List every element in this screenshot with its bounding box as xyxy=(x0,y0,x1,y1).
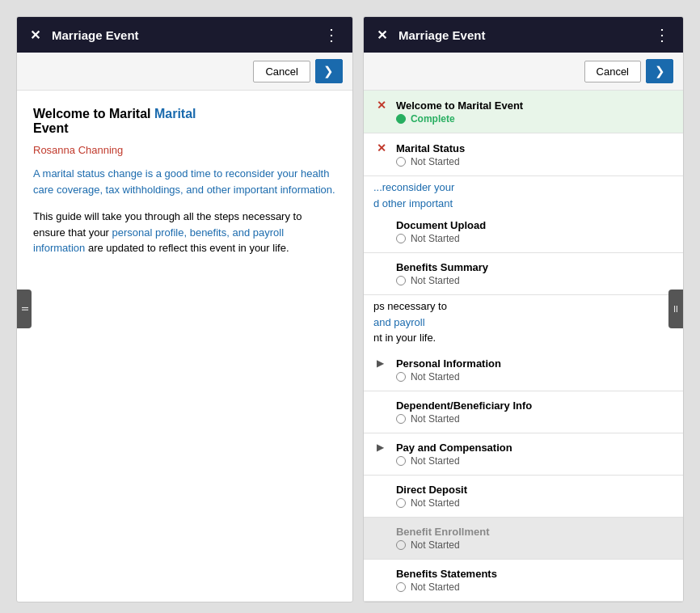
partial-text3: ps necessary to xyxy=(373,300,447,312)
step-personal-status-text: Not Started xyxy=(411,371,460,383)
steps-list: ✕ Welcome to Marital Event Complete ✕ Ma… xyxy=(364,91,683,602)
step-statements-name: Benefits Statements xyxy=(396,568,497,580)
step-pay-compensation[interactable]: ▶ Pay and Compensation Not Started xyxy=(364,433,683,476)
step-benefits-name: Benefits Summary xyxy=(396,261,488,273)
step-benefits-circle xyxy=(396,276,406,285)
step-enrollment-name: Benefit Enrollment xyxy=(396,526,490,538)
left-close-button[interactable]: ✕ xyxy=(27,24,44,46)
step-welcome-name: Welcome to Marital Event xyxy=(396,99,523,112)
right-cancel-button[interactable]: Cancel xyxy=(584,61,641,82)
step-dependent-name: Dependent/Beneficiary Info xyxy=(396,400,532,412)
step-pay-arrow-icon: ▶ xyxy=(377,442,390,453)
step-dependent-info[interactable]: Dependent/Beneficiary Info Not Started xyxy=(364,391,683,433)
partial-text-area2: ps necessary to and payroll nt in your l… xyxy=(364,295,683,349)
right-menu-button[interactable]: ⋮ xyxy=(651,22,673,48)
left-description1: A marital status change is a good time t… xyxy=(33,166,336,197)
step-marital-circle xyxy=(396,157,406,167)
step-deposit-name: Direct Deposit xyxy=(396,484,467,496)
title-part2: Event xyxy=(33,121,69,135)
step-doc-name: Document Upload xyxy=(396,219,486,231)
left-content-area: Welcome to Marital Marital Event Rosanna… xyxy=(17,91,352,602)
step-personal-status-row: Not Started xyxy=(396,371,670,383)
step-pay-status-text: Not Started xyxy=(411,455,460,467)
step-enrollment-circle xyxy=(396,540,406,550)
step-welcome-circle xyxy=(396,114,406,124)
step-marital-status: Not Started xyxy=(396,156,670,167)
step-direct-deposit[interactable]: Direct Deposit Not Started xyxy=(364,476,683,518)
partial-text1: ...reconsider your xyxy=(373,180,673,196)
step-welcome-status: Complete xyxy=(396,113,670,125)
step-statements-status-row: Not Started xyxy=(396,581,670,593)
step-benefits-summary[interactable]: Benefits Summary Not Started xyxy=(364,253,683,295)
step-welcome-status-text: Complete xyxy=(411,113,455,125)
step-benefits-status-row: Not Started xyxy=(396,275,670,286)
step-personal-circle xyxy=(396,372,406,382)
left-description2: This guide will take you through all the… xyxy=(33,209,336,256)
left-toolbar: Cancel ❯ xyxy=(17,53,352,91)
right-toolbar: Cancel ❯ xyxy=(364,53,683,91)
left-header-title: Marriage Event xyxy=(52,28,312,42)
step-doc-status-text: Not Started xyxy=(411,233,460,244)
partial-text2: d other important xyxy=(373,196,673,212)
step-doc-status-row: Not Started xyxy=(396,233,670,244)
step-welcome[interactable]: ✕ Welcome to Marital Event Complete xyxy=(364,91,683,133)
step-document-upload[interactable]: Document Upload Not Started xyxy=(364,211,683,253)
right-header-title: Marriage Event xyxy=(398,28,643,42)
step-marital-x-icon: ✕ xyxy=(377,142,390,154)
step-statements-status-text: Not Started xyxy=(411,581,460,593)
left-header: ✕ Marriage Event ⋮ xyxy=(17,17,352,53)
left-menu-button[interactable]: ⋮ xyxy=(320,22,343,48)
step-dependent-status-text: Not Started xyxy=(411,413,460,425)
left-panel: ✕ Marriage Event ⋮ Cancel ❯ Welcome to M… xyxy=(16,16,353,602)
right-next-button[interactable]: ❯ xyxy=(646,59,673,83)
partial-text5: nt in your life. xyxy=(373,332,436,344)
step-welcome-x-icon: ✕ xyxy=(377,99,390,112)
step-deposit-circle xyxy=(396,498,406,508)
title-blue: Marital xyxy=(154,107,196,120)
step-benefit-enrollment[interactable]: Benefit Enrollment Not Started xyxy=(364,518,683,560)
step-personal-info[interactable]: ▶ Personal Information Not Started xyxy=(364,349,683,391)
step-dependent-status-row: Not Started xyxy=(396,413,670,425)
step-statements-circle xyxy=(396,582,406,592)
step-pay-circle xyxy=(396,456,406,466)
step-deposit-status-row: Not Started xyxy=(396,497,670,509)
step-personal-arrow-icon: ▶ xyxy=(377,357,390,369)
step-benefits-statements[interactable]: Benefits Statements Not Started xyxy=(364,560,683,602)
step-marital-name: Marital Status xyxy=(396,142,465,154)
partial-text-area: ...reconsider your d other important xyxy=(364,176,683,211)
right-panel: ✕ Marriage Event ⋮ Cancel ❯ ✕ Welcome to… xyxy=(363,16,684,602)
step-enrollment-status-row: Not Started xyxy=(396,539,670,551)
left-panel-title: Welcome to Marital Marital Event xyxy=(33,107,336,136)
step-deposit-status-text: Not Started xyxy=(411,497,460,509)
step-pay-name: Pay and Compensation xyxy=(396,442,512,454)
left-cancel-button[interactable]: Cancel xyxy=(253,61,310,82)
step-doc-circle xyxy=(396,234,406,243)
step-marital-status[interactable]: ✕ Marital Status Not Started xyxy=(364,133,683,176)
step-dependent-circle xyxy=(396,414,406,424)
step-marital-status-text: Not Started xyxy=(411,156,460,167)
right-side-tab[interactable]: II xyxy=(668,290,683,328)
partial-text4: and payroll xyxy=(373,316,425,328)
step-benefits-status-text: Not Started xyxy=(411,275,460,286)
left-next-button[interactable]: ❯ xyxy=(315,59,343,83)
step-personal-name: Personal Information xyxy=(396,357,501,370)
left-side-tab[interactable]: II xyxy=(17,290,32,328)
right-close-button[interactable]: ✕ xyxy=(373,24,390,46)
user-name: Rosanna Channing xyxy=(33,144,336,156)
step-pay-status-row: Not Started xyxy=(396,455,670,467)
title-part1: Welcome to Marital xyxy=(33,107,151,120)
right-header: ✕ Marriage Event ⋮ xyxy=(364,17,683,53)
step-enrollment-status-text: Not Started xyxy=(411,539,460,551)
